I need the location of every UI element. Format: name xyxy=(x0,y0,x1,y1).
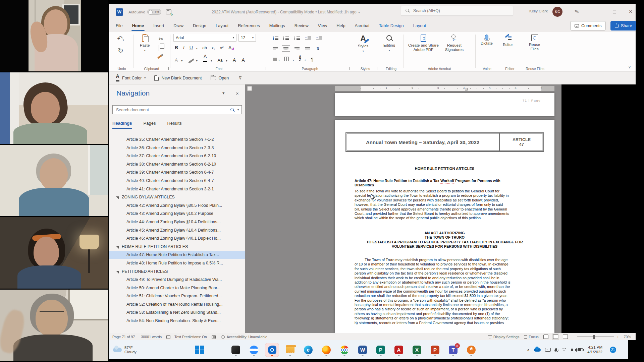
nav-heading-item[interactable]: Article 44: Amend Zoning Bylaw §10.4 Def… xyxy=(109,218,245,226)
search-input[interactable] xyxy=(413,8,500,13)
document-page-previous[interactable]: 71 | Page xyxy=(335,93,554,116)
zoom-slider-thumb[interactable] xyxy=(593,335,595,339)
predictions-icon[interactable] xyxy=(212,335,216,339)
show-marks-button[interactable]: ¶ xyxy=(311,57,314,62)
chrome-app[interactable] xyxy=(338,343,351,357)
ribbon-tab[interactable]: View xyxy=(313,20,332,32)
publisher-app[interactable]: P xyxy=(374,343,387,357)
ribbon-tab[interactable]: Layout xyxy=(211,20,233,32)
clear-formatting-button[interactable]: A◢ xyxy=(228,45,234,50)
notification-count[interactable]: 21 xyxy=(610,347,616,353)
align-center-button[interactable] xyxy=(283,47,288,50)
search-button[interactable] xyxy=(211,343,224,357)
bullets-button[interactable] xyxy=(273,37,278,40)
nav-heading-item[interactable]: Article 35: Charter Amendment to Section… xyxy=(109,135,245,144)
redo-button[interactable]: ↻ xyxy=(118,47,123,54)
ribbon-tab[interactable]: Design xyxy=(188,20,211,32)
font-name-combo[interactable]: Arial▾ xyxy=(173,34,236,42)
numbering-button[interactable] xyxy=(283,37,289,40)
nav-heading-item[interactable]: Article 40: Charter Amendment to Section… xyxy=(109,177,245,185)
app-window-dark[interactable] xyxy=(229,343,243,357)
accessibility-status[interactable]: Accessibility: Unavailable xyxy=(227,335,267,339)
start-button[interactable] xyxy=(193,343,206,357)
outlook-app[interactable]: O xyxy=(265,343,279,357)
nav-heading-item[interactable]: Article 39: Charter Amendment to Section… xyxy=(109,168,245,177)
underline-caret[interactable]: ▾ xyxy=(196,47,198,50)
nav-heading-item[interactable]: Article 42: Amend Zoning Bylaw §30.5 Flo… xyxy=(109,201,245,210)
editor-button[interactable]: Editor xyxy=(503,35,513,47)
navigation-search-input[interactable] xyxy=(115,107,216,113)
align-left-button[interactable] xyxy=(273,47,278,50)
reuse-files-button[interactable]: ReuseFiles xyxy=(529,35,540,51)
paste-button[interactable]: Paste ▾ xyxy=(140,35,150,52)
powerpoint-app[interactable]: P xyxy=(428,343,442,357)
open-button[interactable]: Open xyxy=(211,76,229,80)
tab-selector[interactable] xyxy=(247,86,252,91)
line-spacing-button[interactable]: ⇅ xyxy=(316,47,319,51)
new-blank-document-button[interactable]: New Blank Document xyxy=(154,75,202,81)
strikethrough-button[interactable]: ab xyxy=(202,46,207,50)
edge-app[interactable]: e xyxy=(302,343,315,357)
nav-heading-item[interactable]: Article 41: Charter Amendment to Section… xyxy=(109,185,245,193)
dictate-button[interactable]: Dictate xyxy=(481,35,493,46)
nav-heading-item[interactable]: Article 43: Amend Zoning Bylaw §10.2 Pur… xyxy=(109,209,245,218)
participant-video-1[interactable] xyxy=(0,0,108,72)
editing-button[interactable]: Editing ▾ xyxy=(383,35,395,52)
participant-video-4[interactable] xyxy=(0,217,108,290)
qat-overflow-button[interactable]: ∨ xyxy=(239,76,241,79)
nav-heading-item[interactable]: Article 36: Charter Amendment to Section… xyxy=(109,144,245,152)
touch-keyboard-icon[interactable] xyxy=(545,348,551,352)
ribbon-tab[interactable]: Draw xyxy=(169,20,188,32)
undo-button[interactable]: ↶▾ xyxy=(117,35,124,44)
navigation-tab[interactable]: Pages xyxy=(144,121,156,129)
superscript-button[interactable]: x2 xyxy=(220,45,223,50)
print-layout-button[interactable] xyxy=(553,335,558,339)
text-predictions[interactable]: Text Predictions: On xyxy=(174,335,207,339)
weather-widget[interactable]: 57°FCloudy xyxy=(113,346,163,354)
zoom-in-button[interactable]: + xyxy=(617,335,619,339)
page-indicator[interactable]: Page 71 of 97 xyxy=(112,335,135,339)
navigation-options-button[interactable]: ▾ xyxy=(222,90,225,96)
nav-heading-item[interactable]: ZONING BYLAW ARTICLES xyxy=(109,193,245,201)
save-icon[interactable] xyxy=(166,9,171,14)
nav-heading-item[interactable]: Article 53: Establishing a Net Zero Buil… xyxy=(109,308,245,317)
file-explorer[interactable] xyxy=(283,343,297,357)
indent-marker[interactable] xyxy=(465,88,468,90)
cut-button[interactable]: ✂ xyxy=(159,36,163,42)
document-canvas[interactable]: 1234567 71 | Page Annual Town Meeting – … xyxy=(245,84,561,333)
text-effects-button[interactable]: A xyxy=(175,57,178,63)
participant-video-5[interactable] xyxy=(0,290,108,362)
paragraph-dialog-launcher[interactable] xyxy=(347,67,350,70)
firefox-app[interactable] xyxy=(320,343,333,357)
request-signatures-button[interactable]: RequestSignatures xyxy=(445,35,464,52)
ribbon-tab[interactable]: Layout xyxy=(409,20,431,32)
multilevel-list-button[interactable] xyxy=(294,37,300,40)
restore-button[interactable] xyxy=(609,7,620,17)
ribbon-tab[interactable]: Help xyxy=(332,20,350,32)
share-button[interactable]: Share xyxy=(610,21,636,31)
web-layout-button[interactable] xyxy=(563,335,568,339)
change-case-button[interactable]: Aa xyxy=(218,58,223,63)
nav-heading-item[interactable]: Article 49: To Prevent Dumping of Radioa… xyxy=(109,276,245,284)
pinwheel-app[interactable]: * xyxy=(465,343,478,357)
ribbon-tab[interactable]: Home xyxy=(127,20,149,32)
word-count[interactable]: 30001 words xyxy=(141,335,162,339)
autosave-toggle[interactable]: AutoSave Off xyxy=(128,9,161,15)
ribbon-tab[interactable]: Insert xyxy=(149,20,169,32)
mic-tray-icon[interactable] xyxy=(555,348,557,351)
sort-button[interactable]: AZ xyxy=(299,55,301,61)
nav-heading-item[interactable]: HOME RULE PETITION ARTICLES xyxy=(109,243,245,251)
nav-heading-item[interactable]: Article 47: Home Rule Petition to Establ… xyxy=(109,251,245,259)
zoom-out-button[interactable]: − xyxy=(573,335,575,339)
font-size-combo[interactable]: 12▾ xyxy=(238,34,256,42)
nav-heading-item[interactable]: Article 50: Amend Charter to Make Planni… xyxy=(109,284,245,292)
nav-heading-item[interactable]: Article 46: Amend Zoning Bylaw §40.1 Dup… xyxy=(109,234,245,243)
grow-font-button[interactable]: Aˆ xyxy=(233,57,237,63)
navigation-close-button[interactable]: × xyxy=(236,90,239,96)
italic-button[interactable]: I xyxy=(183,45,185,51)
ribbon-tab[interactable]: References xyxy=(233,20,264,32)
search-box[interactable] xyxy=(401,6,513,16)
styles-dialog-launcher[interactable] xyxy=(374,67,377,70)
borders-button[interactable] xyxy=(284,57,289,61)
participant-video-3[interactable] xyxy=(0,145,108,217)
